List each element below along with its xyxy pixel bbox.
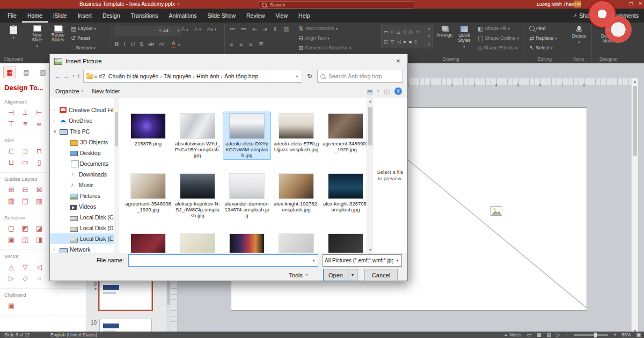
shape-icon[interactable]: ● (403, 39, 406, 45)
fit-to-window-button[interactable]: ▣ (636, 333, 641, 337)
help-button[interactable]: ? (394, 87, 402, 95)
font-size-select[interactable]: 44 ▾ (161, 26, 181, 35)
scroll-up-icon[interactable]: ▲ (633, 79, 637, 83)
decrease-indent-button[interactable]: ⇤ (252, 26, 257, 32)
titlebar-search-input[interactable] (269, 2, 411, 8)
ribbon-tab[interactable]: iSlide (48, 9, 72, 23)
clipboard-tool-icon[interactable]: ▣ (4, 300, 18, 311)
vector-circle-icon[interactable]: ○ (32, 273, 46, 284)
nav-chevron-icon[interactable]: › (53, 247, 57, 252)
file-item[interactable] (273, 232, 320, 253)
reuse-slides-button[interactable]: Reuse Slides (48, 25, 68, 42)
ribbon-tab[interactable]: Transitions (126, 9, 164, 23)
shape-icon[interactable]: ◁ (397, 39, 400, 45)
file-item[interactable]: agreement-3546008_1920.jpg (125, 172, 172, 219)
ribbon-tab[interactable]: Animations (164, 9, 202, 23)
file-type-dropdown-icon[interactable]: ▼ (393, 255, 401, 266)
dialog-search-input[interactable] (327, 72, 400, 80)
refresh-button[interactable]: ↻ (305, 73, 314, 79)
shape-outline-button[interactable]: ▢ Shape Outline▾ (478, 35, 519, 41)
underline-button[interactable]: U (131, 42, 135, 47)
organize-button[interactable]: Organize▾ (55, 88, 83, 94)
up-button[interactable]: ↑ (77, 73, 80, 79)
file-item[interactable] (322, 232, 367, 253)
stretch-height-icon[interactable]: ▯ (32, 157, 46, 168)
slide-area-scrollbar[interactable]: ▲ ▼ (631, 78, 638, 334)
open-dropdown-button[interactable]: ▼ (348, 269, 357, 281)
vector-triangle-right-icon[interactable]: ▷ (4, 273, 18, 284)
new-slide-button[interactable]: New Slide▾ (28, 25, 46, 48)
minimize-button[interactable]: – (621, 1, 624, 6)
font-color-caret-icon[interactable]: ▾ (178, 43, 180, 47)
ribbon-tab[interactable]: Help (293, 9, 316, 23)
ribbon-tab[interactable]: View (270, 9, 293, 23)
notes-button[interactable]: ≡ Notes (504, 332, 521, 337)
dialog-search-box[interactable] (317, 70, 403, 83)
vector-triangle-left-icon[interactable]: ◁ (32, 261, 46, 273)
grow-font-button[interactable]: A▴ (181, 27, 188, 32)
vector-triangle-up-icon[interactable]: △ (4, 261, 18, 273)
dialog-close-button[interactable]: × (390, 55, 407, 67)
nav-item[interactable]: ∨ This PC (50, 126, 114, 137)
maximize-button[interactable]: □ (630, 1, 633, 6)
nav-chevron-icon[interactable]: › (53, 118, 57, 123)
file-item[interactable]: adeolu-eletu-DXYyKCCvWiM-unsplash.jpg (223, 112, 270, 159)
ribbon-tab[interactable]: Home (22, 9, 48, 23)
shape-icon[interactable]: △ (397, 29, 400, 34)
reset-button[interactable]: ↺ Reset (71, 35, 90, 41)
columns-button[interactable]: ▥ (283, 26, 289, 32)
select-button[interactable]: ↖ Select▾ (529, 45, 553, 51)
reading-view-button[interactable]: ▤ (547, 333, 552, 337)
select-lower-icon[interactable]: ◪ (32, 223, 46, 234)
panel-tab-library-icon[interactable]: ▤ (20, 67, 33, 78)
bold-button[interactable]: B (115, 42, 119, 47)
file-item[interactable] (223, 232, 270, 253)
shape-icon[interactable]: ■ (409, 39, 412, 45)
zoom-slider[interactable] (574, 334, 608, 336)
select-empty-icon[interactable]: ▢ (4, 223, 18, 234)
increase-indent-button[interactable]: ⇥ (262, 26, 267, 32)
normal-view-button[interactable]: ▭ (526, 333, 531, 337)
user-avatar[interactable]: LM (574, 1, 581, 8)
shape-icon[interactable]: ▷ (409, 29, 413, 34)
zoom-percentage[interactable]: 66% (621, 332, 631, 337)
language-indicator[interactable]: English (United States) (50, 332, 97, 337)
align-text-button[interactable]: ⊟ Align Text▾ (298, 35, 330, 41)
shapes-gallery-scrollbar[interactable]: ▲▼≡ (426, 25, 432, 48)
file-name-input[interactable] (129, 257, 310, 263)
italic-button[interactable]: I (123, 42, 125, 47)
convert-to-smartart-button[interactable]: ⊞ Convert to SmartArt▾ (298, 45, 351, 51)
nav-item[interactable]: Documents (50, 158, 114, 169)
align-right-icon[interactable]: ⊢ (32, 107, 46, 118)
file-item[interactable]: alexander-dummer-124674-unsplash.jpg (223, 172, 270, 219)
view-caret-icon[interactable]: ▾ (377, 89, 379, 93)
ribbon-tab[interactable]: Slide Show (202, 9, 241, 23)
ribbon-tab[interactable]: Design (97, 9, 126, 23)
select-half-icon[interactable]: ◨ (32, 234, 46, 245)
nav-item[interactable]: Music (50, 180, 114, 190)
align-center-button[interactable]: ≡ (239, 41, 243, 47)
text-shadow-button[interactable]: S (140, 42, 143, 47)
align-left-button[interactable]: ≡ (230, 41, 233, 47)
back-button[interactable]: ← (54, 73, 61, 79)
breadcrumb-overflow-chevron[interactable]: « (94, 73, 98, 79)
nav-item[interactable]: Local Disk (E:) (50, 233, 114, 244)
line-spacing-button[interactable]: ⇕ (273, 26, 277, 32)
equal-height-icon[interactable]: ⊐ (18, 145, 32, 157)
rows-icon[interactable]: ▤ (18, 195, 32, 207)
select-split-icon[interactable]: ◫ (18, 234, 32, 245)
stretch-width-icon[interactable]: ▭ (18, 157, 32, 168)
file-item[interactable]: agreement-3489902_1920.jpg (322, 112, 367, 159)
zoom-slider-knob[interactable] (594, 333, 597, 337)
file-list-scrollbar[interactable]: ▲ ▼ (367, 98, 374, 253)
select-filled-icon[interactable]: ▣ (4, 234, 18, 245)
columns-icon[interactable]: ▥ (32, 195, 46, 207)
file-name-dropdown-icon[interactable]: ▼ (310, 255, 318, 266)
nav-item[interactable]: › Network (50, 244, 114, 253)
arrange-button[interactable]: Arrange (436, 26, 453, 38)
nav-item[interactable]: Downloads (50, 169, 114, 180)
text-direction-button[interactable]: ⇅ Text Direction▾ (298, 26, 338, 32)
nav-scrollbar[interactable] (114, 98, 119, 253)
layout-button[interactable]: ▤ Layout▾ (71, 26, 96, 32)
panel-tab-design-icon[interactable]: ▦ (3, 67, 16, 78)
